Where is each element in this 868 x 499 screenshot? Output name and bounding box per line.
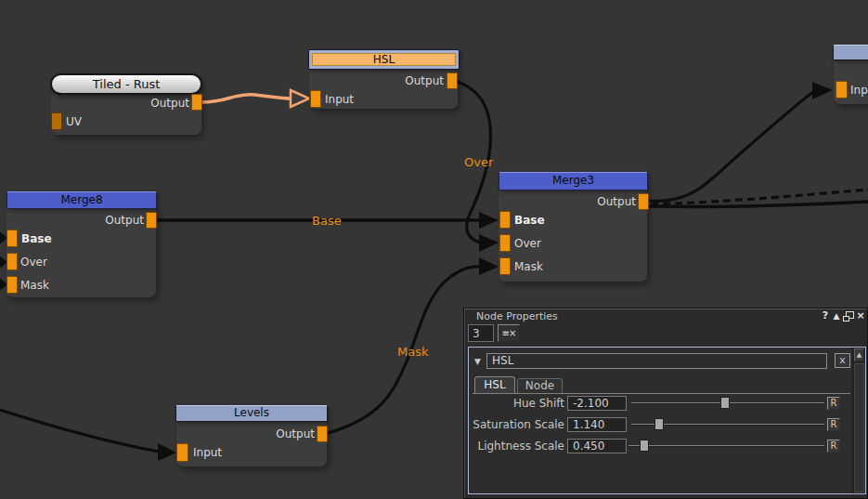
wire-label-base: Base (312, 214, 342, 228)
node-name-field[interactable]: HSL (486, 353, 827, 369)
clear-panels-button[interactable]: ≡× (498, 324, 520, 342)
panel-titlebar-icons: ? ▲ × (821, 310, 865, 322)
port-label-mask: Mask (20, 279, 49, 292)
port-merge3-mask[interactable] (499, 257, 511, 275)
tab-node[interactable]: Node (517, 378, 563, 393)
slider-handle-saturation-scale[interactable] (654, 418, 664, 430)
param-label-hue-shift: Hue Shift (464, 397, 564, 410)
node-merge8-header[interactable]: Merge8 (6, 191, 157, 209)
port-label-output: Output (121, 97, 189, 110)
slider-hue-shift[interactable] (631, 397, 815, 410)
close-node-settings-button[interactable]: x (835, 353, 850, 368)
port-label-output: Output (246, 427, 315, 440)
help-icon[interactable]: ? (821, 310, 830, 322)
param-label-saturation-scale: Saturation Scale (464, 418, 564, 431)
node-merge3-header[interactable]: Merge3 (499, 172, 648, 190)
port-label-over: Over (514, 237, 541, 250)
port-label-base: Base (21, 232, 52, 245)
collapse-arrow-icon[interactable]: ▼ (474, 357, 481, 366)
node-tiled-rust-header[interactable]: Tiled - Rust (50, 73, 202, 95)
port-label-base: Base (514, 214, 545, 227)
port-hsl-output[interactable] (447, 72, 458, 89)
param-value-lightness-scale[interactable]: 0.450 (567, 439, 627, 453)
port-hsl-input[interactable] (310, 90, 321, 108)
reset-button-hue-shift[interactable]: R (827, 397, 840, 410)
node-offscreen-header[interactable] (833, 45, 868, 60)
wire-arrow-levels-input (158, 443, 176, 461)
slider-handle-lightness-scale[interactable] (640, 440, 649, 452)
port-merge3-output[interactable] (638, 193, 649, 210)
slider-handle-hue-shift[interactable] (720, 397, 730, 409)
close-panel-icon[interactable]: × (856, 310, 865, 322)
node-levels-header[interactable]: Levels (175, 405, 328, 422)
tab-divider (473, 393, 850, 394)
port-label-output: Output (567, 195, 636, 208)
wire-merge3-to-top-node[interactable] (647, 92, 813, 201)
param-value-saturation-scale[interactable]: 1.140 (567, 417, 627, 432)
node-graph-canvas[interactable]: Base Over Mask Tiled - Rust Output UV HS… (0, 0, 868, 499)
slider-lightness-scale[interactable] (628, 440, 812, 453)
port-label-mask: Mask (514, 260, 543, 273)
wire-label-mask: Mask (397, 345, 428, 359)
port-merge3-base[interactable] (499, 211, 511, 229)
port-label-input: Input (193, 446, 222, 459)
port-label-output: Output (364, 74, 444, 87)
port-merge8-base[interactable] (6, 230, 18, 247)
node-hsl-title: HSL (312, 53, 456, 66)
port-merge8-output[interactable] (146, 212, 157, 229)
param-label-lightness-scale: Lightness Scale (464, 440, 564, 453)
port-label-over: Over (20, 256, 47, 269)
wire-arrow-hsl-input (291, 90, 309, 107)
port-label-input: Input (850, 84, 868, 97)
wire-arrow-top-node-input (812, 82, 833, 99)
port-label-output: Output (75, 214, 144, 227)
port-merge8-over[interactable] (6, 253, 18, 270)
scrollbar-thumb[interactable] (854, 363, 864, 492)
port-offscreen-input[interactable] (836, 81, 848, 98)
port-tiled-rust-output[interactable] (191, 94, 202, 111)
panel-scrollbar[interactable]: ▲ (852, 348, 865, 493)
minimize-icon[interactable]: ▲ (832, 310, 841, 322)
port-label-uv: UV (66, 115, 82, 128)
slider-saturation-scale[interactable] (631, 418, 815, 431)
port-levels-input[interactable] (176, 443, 188, 462)
wire-label-over: Over (464, 155, 493, 169)
port-tiled-rust-uv[interactable] (51, 112, 62, 130)
node-hsl-header[interactable]: HSL (308, 49, 460, 70)
reset-button-saturation-scale[interactable]: R (827, 418, 840, 431)
tab-hsl[interactable]: HSL (474, 376, 515, 393)
wire-into-levels[interactable] (0, 410, 159, 452)
max-panels-input[interactable] (468, 324, 494, 342)
wire-arrow-merge3-over (479, 234, 499, 252)
wire-arrow-merge3-mask (479, 257, 499, 275)
wire-tiled-to-hsl[interactable] (201, 95, 291, 102)
port-label-input: Input (325, 93, 354, 106)
scroll-up-icon[interactable]: ▲ (854, 348, 864, 361)
panel-title: Node Properties (476, 310, 558, 322)
wire-arrow-merge3-base (479, 212, 499, 229)
port-levels-output[interactable] (317, 426, 328, 442)
port-merge3-over[interactable] (499, 234, 511, 252)
float-window-icon[interactable] (843, 311, 854, 322)
param-value-hue-shift[interactable]: -2.100 (567, 396, 627, 411)
reset-button-lightness-scale[interactable]: R (827, 440, 840, 453)
port-merge8-mask[interactable] (6, 276, 18, 294)
